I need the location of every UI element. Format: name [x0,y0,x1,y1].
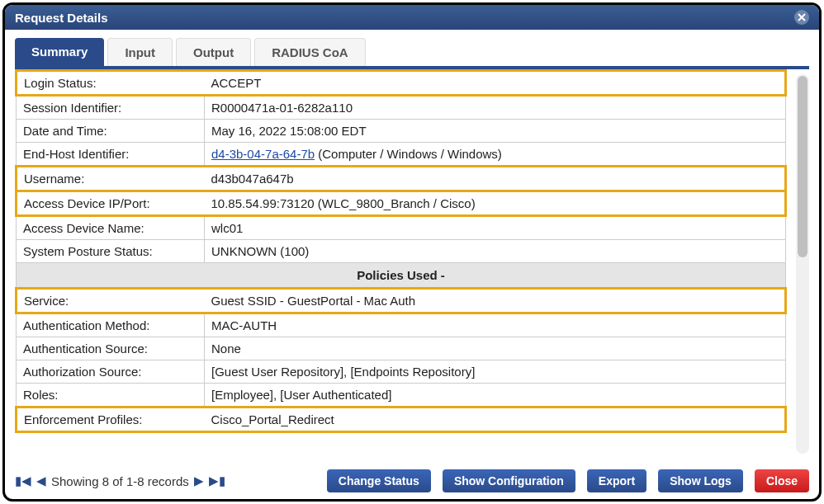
row-auth-method: Authentication Method: MAC-AUTH [17,313,786,337]
row-end-host: End-Host Identifier: d4-3b-04-7a-64-7b (… [17,143,786,167]
pager-last-icon[interactable]: ▶▮ [209,473,225,488]
row-date-time: Date and Time: May 16, 2022 15:08:00 EDT [17,120,786,143]
row-authz-source: Authorization Source: [Guest User Reposi… [17,360,786,384]
label-session-id: Session Identifier: [17,96,205,120]
label-date-time: Date and Time: [17,120,205,143]
show-config-button[interactable]: Show Configuration [443,469,575,492]
row-posture: System Posture Status: UNKNOWN (100) [17,240,786,263]
row-username: Username: d43b047a647b [17,167,786,191]
value-session-id: R0000471a-01-6282a110 [205,96,786,120]
value-access-name: wlc01 [205,216,786,240]
value-login-status: ACCEPT [205,71,786,96]
label-service: Service: [17,289,205,313]
scrollbar-thumb[interactable] [798,76,807,257]
label-roles: Roles: [17,384,205,407]
label-auth-source: Authentication Source: [17,337,205,360]
row-access-name: Access Device Name: wlc01 [17,216,786,240]
footer-bar: ▮◀ ◀ Showing 8 of 1-8 records ▶ ▶▮ Chang… [15,469,809,492]
value-access-ip: 10.85.54.99:73120 (WLC_9800_Branch / Cis… [205,191,786,216]
row-roles: Roles: [Employee], [User Authenticated] [17,384,786,407]
value-authz-source: [Guest User Repository], [Endpoints Repo… [205,360,786,384]
row-auth-source: Authentication Source: None [17,337,786,360]
pager-records-text: Showing 8 of 1-8 records [51,474,189,488]
tab-output[interactable]: Output [176,38,251,66]
label-auth-method: Authentication Method: [17,313,205,337]
policies-header: Policies Used - [17,263,786,289]
label-end-host: End-Host Identifier: [17,143,205,167]
row-access-ip: Access Device IP/Port: 10.85.54.99:73120… [17,191,786,216]
value-end-host: d4-3b-04-7a-64-7b (Computer / Windows / … [205,143,786,167]
pager: ▮◀ ◀ Showing 8 of 1-8 records ▶ ▶▮ [15,473,225,488]
row-enf-profiles: Enforcement Profiles: Cisco_Portal_Redir… [17,407,786,432]
show-logs-button[interactable]: Show Logs [658,469,743,492]
export-button[interactable]: Export [587,469,646,492]
tab-bar: Summary Input Output RADIUS CoA [15,38,809,69]
label-authz-source: Authorization Source: [17,360,205,384]
label-access-ip: Access Device IP/Port: [17,191,205,216]
row-policies-header: Policies Used - [17,263,786,289]
close-icon[interactable] [794,10,809,25]
scroll-pane: Login Status: ACCEPT Session Identifier:… [15,69,809,461]
pager-prev-icon[interactable]: ◀ [36,473,46,488]
value-enf-profiles: Cisco_Portal_Redirect [205,407,786,432]
dialog-frame: Request Details Summary Input Output RAD… [2,2,822,502]
details-table: Login Status: ACCEPT Session Identifier:… [15,69,787,433]
label-enf-profiles: Enforcement Profiles: [17,407,205,432]
title-bar: Request Details [5,5,819,30]
vertical-scrollbar[interactable] [796,74,809,454]
close-button[interactable]: Close [755,469,809,492]
mac-link[interactable]: d4-3b-04-7a-64-7b [211,147,315,161]
value-date-time: May 16, 2022 15:08:00 EDT [205,120,786,143]
label-access-name: Access Device Name: [17,216,205,240]
row-login-status: Login Status: ACCEPT [17,71,786,96]
row-service: Service: Guest SSID - GuestPortal - Mac … [17,289,786,313]
pager-first-icon[interactable]: ▮◀ [15,473,31,488]
row-session-id: Session Identifier: R0000471a-01-6282a11… [17,96,786,120]
value-username: d43b047a647b [205,167,786,191]
window-title: Request Details [15,11,108,25]
change-status-button[interactable]: Change Status [327,469,431,492]
label-posture: System Posture Status: [17,240,205,263]
value-service: Guest SSID - GuestPortal - Mac Auth [205,289,786,313]
value-posture: UNKNOWN (100) [205,240,786,263]
pager-next-icon[interactable]: ▶ [194,473,204,488]
tab-summary[interactable]: Summary [15,38,104,66]
value-auth-source: None [205,337,786,360]
label-login-status: Login Status: [17,71,205,96]
content-area: Summary Input Output RADIUS CoA Login St… [5,30,819,461]
tab-radius-coa[interactable]: RADIUS CoA [254,38,366,66]
label-username: Username: [17,167,205,191]
end-host-extra: (Computer / Windows / Windows) [315,147,502,161]
tab-input[interactable]: Input [107,38,173,66]
value-roles: [Employee], [User Authenticated] [205,384,786,407]
value-auth-method: MAC-AUTH [205,313,786,337]
